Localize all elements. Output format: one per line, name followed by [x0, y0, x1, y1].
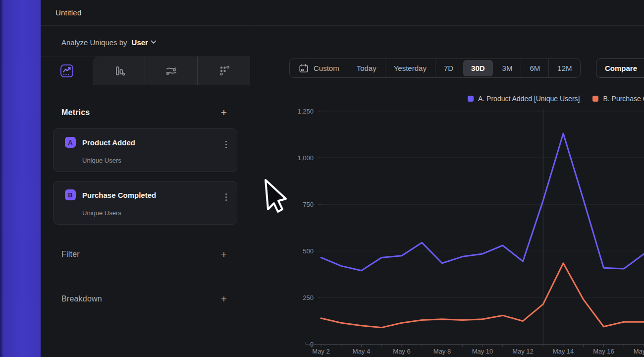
breakdown-section-header: Breakdown + — [41, 291, 250, 307]
range-label: 7D — [444, 64, 453, 72]
svg-text:May 14: May 14 — [553, 348, 574, 355]
svg-text:May 2: May 2 — [312, 348, 329, 355]
filter-section-header: Filter + — [41, 246, 250, 262]
dots-grid-icon — [217, 64, 230, 77]
svg-text:May 16: May 16 — [593, 348, 614, 355]
metrics-label: Metrics — [61, 108, 90, 117]
top-bar: Untitled — [41, 0, 644, 26]
add-metric-button[interactable]: + — [221, 108, 227, 118]
add-filter-button[interactable]: + — [221, 249, 227, 259]
calendar-icon — [298, 63, 309, 74]
analyze-row: Analyze Uniques by User — [41, 35, 250, 50]
range-custom[interactable]: Custom — [290, 59, 348, 77]
range-label: 30D — [471, 64, 485, 72]
tab-insights-line[interactable] — [41, 57, 93, 85]
add-breakdown-button[interactable]: + — [221, 294, 227, 304]
chart-type-tabs — [41, 56, 250, 85]
report-title: Untitled — [41, 8, 81, 17]
compare-button[interactable]: Compare — [596, 59, 644, 78]
range-label: Yesterday — [394, 64, 427, 72]
flow-sankey-icon — [164, 64, 178, 77]
svg-text:May 4: May 4 — [353, 348, 370, 355]
tab-flow[interactable] — [145, 57, 198, 85]
tab-bar-chart[interactable] — [93, 57, 145, 85]
svg-text:May 12: May 12 — [512, 348, 534, 355]
metric-options-kebab-icon[interactable] — [224, 192, 228, 202]
metric-badge: A — [65, 137, 76, 148]
line-chart-icon — [60, 64, 74, 78]
svg-text:May 18: May 18 — [634, 348, 644, 355]
line-chart-canvas[interactable]: 02505007501,0001,250May 2May 4May 6May 8… — [250, 87, 644, 357]
range-6m[interactable]: 6M — [521, 59, 549, 77]
metric-badge: B — [65, 189, 76, 200]
range-7d[interactable]: 7D — [435, 59, 462, 77]
metric-card-b[interactable]: BPurchase CompletedUnique Users — [53, 181, 237, 225]
range-label: Today — [357, 64, 376, 72]
range-today[interactable]: Today — [348, 59, 385, 77]
metric-card-a[interactable]: AProduct AddedUnique Users — [53, 128, 237, 172]
range-yesterday[interactable]: Yesterday — [385, 59, 435, 77]
svg-text:May 8: May 8 — [433, 348, 451, 355]
bar-chart-icon — [112, 64, 125, 77]
svg-text:750: 750 — [303, 201, 314, 208]
range-label: Custom — [314, 64, 339, 72]
tab-strip — [93, 57, 250, 85]
metric-options-kebab-icon[interactable] — [224, 140, 228, 149]
filter-label: Filter — [61, 250, 80, 259]
svg-text:250: 250 — [303, 294, 314, 301]
svg-text:500: 500 — [303, 247, 314, 255]
time-range-group: CustomTodayYesterday7D30D3M6M12M — [289, 59, 581, 78]
left-accent-strip — [0, 0, 41, 357]
range-30d[interactable]: 30D — [463, 60, 493, 76]
metric-title: Product Added — [82, 138, 135, 147]
query-sidebar: Analyze Uniques by User — [41, 26, 250, 357]
range-label: 6M — [530, 64, 540, 72]
metric-title: Purchase Completed — [82, 191, 156, 199]
range-3m[interactable]: 3M — [494, 59, 522, 77]
range-label: 12M — [557, 64, 572, 72]
svg-text:1,000: 1,000 — [297, 154, 314, 162]
compare-label: Compare — [605, 64, 637, 72]
metric-subtitle: Unique Users — [82, 157, 121, 164]
tab-retention[interactable] — [198, 57, 250, 85]
range-12m[interactable]: 12M — [549, 59, 580, 77]
chart-panel: CustomTodayYesterday7D30D3M6M12M Compare… — [250, 26, 644, 357]
analyze-label: Analyze Uniques by — [61, 38, 127, 47]
chevron-down-icon — [151, 40, 157, 44]
analyze-entity-dropdown[interactable]: User — [132, 38, 157, 47]
svg-text:1,250: 1,250 — [297, 108, 314, 115]
breakdown-label: Breakdown — [61, 295, 102, 303]
analyze-entity-value: User — [132, 38, 148, 47]
svg-text:May 6: May 6 — [393, 348, 410, 355]
range-label: 3M — [502, 64, 513, 72]
svg-text:May 10: May 10 — [472, 348, 493, 355]
metrics-section-header: Metrics + — [41, 105, 250, 120]
metric-subtitle: Unique Users — [82, 209, 121, 217]
